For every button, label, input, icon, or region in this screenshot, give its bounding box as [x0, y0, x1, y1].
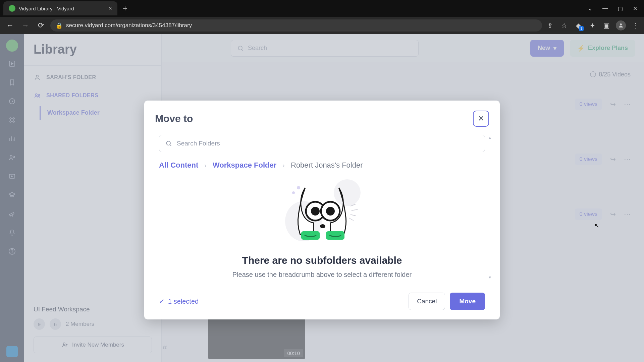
address-bar[interactable]: 🔒 secure.vidyard.com/organizations/34543…: [50, 19, 542, 32]
svg-point-0: [620, 23, 622, 25]
side-panel-icon[interactable]: ▣: [602, 21, 611, 30]
close-icon: ✕: [478, 114, 484, 123]
minimize-icon[interactable]: ―: [602, 5, 608, 12]
move-button[interactable]: Move: [450, 293, 485, 310]
folder-search-input[interactable]: Search Folders: [159, 135, 485, 152]
chevron-right-icon: ›: [204, 162, 207, 169]
favicon: [9, 5, 15, 12]
breadcrumb-item[interactable]: Workspace Folder: [213, 161, 276, 170]
chevron-right-icon: ›: [282, 162, 285, 169]
cancel-button[interactable]: Cancel: [409, 293, 445, 310]
selection-count: ✓ 1 selected: [159, 297, 199, 305]
app-root: Library SARAH'S FOLDER SHARED FOLDERS Wo…: [0, 34, 644, 362]
tab-title: Vidyard Library - Vidyard: [19, 6, 74, 11]
chevron-down-icon[interactable]: ⌄: [588, 5, 592, 12]
url-text: secure.vidyard.com/organizations/3454387…: [66, 22, 192, 29]
kebab-menu-icon[interactable]: ⋮: [631, 21, 640, 30]
browser-toolbar: ← → ⟳ 🔒 secure.vidyard.com/organizations…: [0, 17, 644, 34]
new-tab-button[interactable]: +: [123, 4, 127, 13]
lock-icon: 🔒: [56, 22, 63, 29]
breadcrumb-current: Robert Jonas's Folder: [291, 161, 363, 170]
back-button[interactable]: ←: [4, 19, 16, 32]
bookmark-star-icon[interactable]: ☆: [559, 21, 569, 30]
svg-point-25: [326, 207, 335, 216]
maximize-icon[interactable]: ▢: [618, 5, 623, 12]
close-tab-icon[interactable]: ×: [108, 5, 112, 12]
svg-point-20: [334, 179, 361, 206]
folder-search-placeholder: Search Folders: [177, 140, 220, 147]
svg-point-24: [311, 207, 320, 216]
share-icon[interactable]: ⇪: [545, 21, 555, 30]
svg-point-18: [297, 186, 300, 189]
svg-point-17: [166, 141, 170, 145]
svg-point-26: [320, 224, 325, 228]
reload-button[interactable]: ⟳: [35, 19, 47, 32]
close-window-icon[interactable]: ✕: [633, 5, 637, 12]
profile-avatar-icon[interactable]: [616, 20, 626, 31]
check-icon: ✓: [159, 297, 165, 305]
close-modal-button[interactable]: ✕: [473, 111, 489, 127]
modal-title: Move to: [155, 113, 193, 124]
svg-point-19: [292, 191, 295, 194]
breadcrumb: All Content › Workspace Folder › Robert …: [159, 161, 485, 170]
svg-rect-27: [301, 231, 320, 240]
scroll-down-cue: ▾: [489, 275, 491, 280]
breadcrumb-item[interactable]: All Content: [159, 161, 198, 170]
browser-tab[interactable]: Vidyard Library - Vidyard ×: [3, 1, 117, 15]
extension-icon[interactable]: ◆: [574, 21, 583, 30]
extensions-puzzle-icon[interactable]: ✦: [588, 21, 597, 30]
svg-rect-28: [326, 231, 344, 240]
scroll-up-cue: ▴: [489, 135, 491, 140]
search-icon: [165, 140, 172, 147]
empty-state-illustration: [265, 174, 379, 248]
modal-footer: ✓ 1 selected Cancel Move: [155, 287, 489, 310]
forward-button[interactable]: →: [19, 19, 32, 32]
mouse-cursor: ↖: [594, 222, 599, 229]
browser-tab-strip: Vidyard Library - Vidyard × + ⌄ ― ▢ ✕: [0, 0, 644, 17]
move-to-modal: Move to ✕ ▴ Search Folders All Content ›…: [144, 101, 500, 319]
window-controls: ⌄ ― ▢ ✕: [588, 5, 644, 12]
empty-state-title: There are no subfolders available: [159, 255, 485, 266]
empty-state-subtitle: Please use the breadcrumb above to selec…: [159, 271, 485, 279]
